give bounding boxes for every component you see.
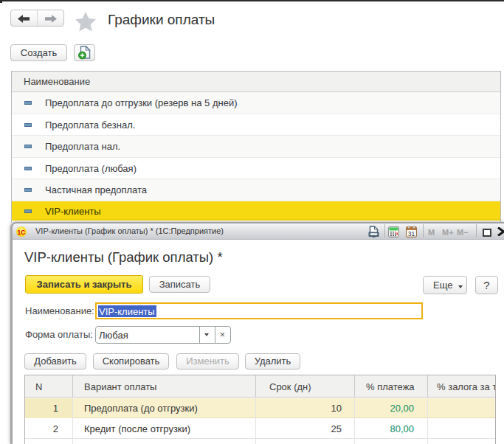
svg-text:31: 31 <box>408 230 415 237</box>
